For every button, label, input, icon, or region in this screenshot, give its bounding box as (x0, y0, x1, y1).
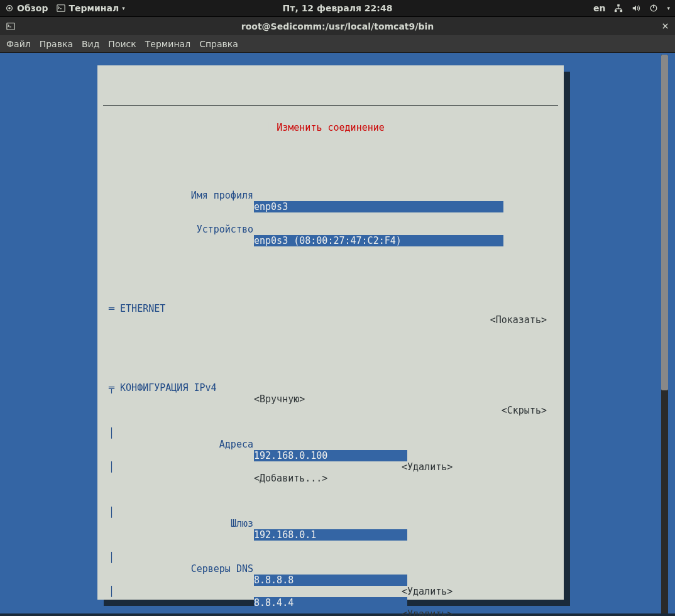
close-icon (662, 23, 669, 30)
dns-delete-1[interactable]: <Удалить> (402, 586, 453, 597)
menu-file[interactable]: Файл (6, 39, 31, 49)
window-terminal-icon (6, 22, 15, 31)
address-delete-1[interactable]: <Удалить> (402, 461, 453, 473)
window-close-button[interactable] (662, 21, 669, 31)
ipv4-hide[interactable]: <Скрыть> (502, 405, 547, 416)
device-input[interactable]: enp0s3 (08:00:27:47:C2:F4) (254, 235, 503, 246)
svg-point-1 (8, 7, 11, 9)
menu-view[interactable]: Вид (82, 39, 99, 49)
ipv4-section[interactable]: ╤ КОНФИГУРАЦИЯ IPv4 (109, 382, 217, 393)
nmtui-dialog: Изменить соединение Имя профиля enp0s3 У… (97, 65, 564, 600)
dns-label: Серверы DNS (191, 563, 253, 575)
power-icon[interactable] (649, 4, 658, 13)
system-dropdown-icon: ▾ (667, 5, 670, 11)
profile-name-input[interactable]: enp0s3 (254, 201, 503, 212)
window-title: root@Sedicomm:/usr/local/tomcat9/bin (241, 21, 434, 31)
app-menu-label: Терминал (69, 3, 119, 13)
volume-icon[interactable] (632, 4, 640, 13)
menubar: Файл Правка Вид Поиск Терминал Справка (0, 35, 675, 53)
ethernet-section[interactable]: ═ ETHERNET (109, 303, 165, 314)
menu-search[interactable]: Поиск (108, 39, 136, 49)
menu-help[interactable]: Справка (199, 39, 238, 49)
window-titlebar: root@Sedicomm:/usr/local/tomcat9/bin (0, 16, 675, 35)
activities-icon (5, 4, 14, 13)
svg-rect-6 (620, 10, 623, 13)
terminal-area: Изменить соединение Имя профиля enp0s3 У… (0, 53, 675, 616)
menu-terminal[interactable]: Терминал (145, 39, 190, 49)
ethernet-show[interactable]: <Показать> (490, 314, 547, 326)
addresses-label: Адреса (219, 439, 253, 450)
gateway-input[interactable]: 192.168.0.1 (254, 529, 407, 541)
dialog-title-line: Изменить соединение (97, 99, 564, 111)
terminal-app-icon (57, 4, 65, 13)
app-menu[interactable]: Терминал ▾ (57, 3, 124, 13)
clock-label: Пт, 12 февраля 22:48 (283, 3, 393, 13)
svg-rect-5 (615, 10, 617, 13)
dialog-title: Изменить соединение (268, 122, 393, 133)
ipv4-mode-select[interactable]: <Вручную> (254, 393, 305, 405)
gateway-label: Шлюз (231, 518, 253, 529)
device-label: Устройство (197, 224, 253, 235)
scrollbar-thumb[interactable] (661, 55, 668, 390)
dropdown-icon: ▾ (122, 5, 125, 11)
activities-button[interactable]: Обзор (5, 3, 48, 13)
address-add[interactable]: <Добавить...> (254, 473, 327, 484)
gnome-topbar: Обзор Терминал ▾ Пт, 12 февраля 22:48 en… (0, 0, 675, 16)
network-icon[interactable] (614, 4, 623, 13)
keyboard-layout[interactable]: en (593, 3, 605, 13)
profile-name-label: Имя профиля (191, 190, 253, 201)
svg-rect-4 (618, 4, 620, 7)
clock[interactable]: Пт, 12 февраля 22:48 (283, 3, 393, 13)
dns-input-2[interactable]: 8.8.4.4 (254, 597, 407, 608)
scrollbar[interactable] (661, 55, 668, 614)
menu-edit[interactable]: Правка (40, 39, 73, 49)
activities-label: Обзор (17, 3, 48, 13)
